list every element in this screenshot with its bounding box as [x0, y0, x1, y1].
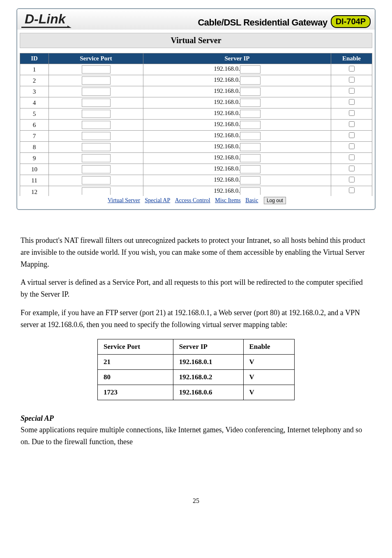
enable-checkbox[interactable] [349, 187, 355, 193]
server-ip-input[interactable] [240, 76, 261, 85]
server-ip-input[interactable] [240, 99, 261, 107]
table-row: 2192.168.0. [20, 75, 372, 86]
row-ip-cell: 192.168.0. [143, 142, 331, 153]
col-header-port: Service Port [49, 53, 143, 64]
doc-paragraph-1: This product's NAT firewall filters out … [21, 235, 371, 270]
example-cell: 1723 [98, 385, 173, 400]
service-port-input[interactable] [82, 187, 111, 195]
enable-checkbox[interactable] [349, 177, 355, 182]
example-cell: V [243, 369, 294, 385]
row-ip-cell: 192.168.0. [143, 153, 331, 164]
doc-paragraph-2: A virtual server is defined as a Service… [21, 277, 371, 300]
row-id: 6 [20, 120, 49, 131]
service-port-input[interactable] [82, 165, 111, 173]
row-port-cell [49, 153, 143, 164]
example-row: 1723192.168.0.6V [98, 385, 295, 400]
logout-button[interactable]: Log out [264, 197, 286, 204]
server-ip-input[interactable] [240, 132, 261, 140]
row-ip-cell: 192.168.0. [143, 64, 331, 75]
row-enable-cell [331, 120, 372, 131]
example-row: 21192.168.0.1V [98, 354, 295, 369]
ex-head-enable: Enable [243, 339, 294, 354]
ip-prefix: 192.168.0. [214, 99, 240, 105]
ip-prefix: 192.168.0. [214, 110, 240, 116]
nav-access-control[interactable]: Access Control [175, 197, 210, 203]
row-id: 3 [20, 86, 49, 97]
page-title: Virtual Server [20, 33, 372, 48]
enable-checkbox[interactable] [349, 132, 355, 138]
row-enable-cell [331, 108, 372, 120]
row-enable-cell [331, 97, 372, 108]
server-ip-input[interactable] [240, 165, 261, 173]
row-enable-cell [331, 86, 372, 97]
nav-special-ap[interactable]: Special AP [145, 197, 170, 203]
service-port-input[interactable] [82, 88, 111, 96]
server-ip-input[interactable] [240, 143, 261, 151]
table-row: 3192.168.0. [20, 86, 372, 97]
row-id: 8 [20, 142, 49, 153]
example-cell: 192.168.0.6 [173, 385, 243, 400]
ex-head-port: Service Port [98, 339, 173, 354]
enable-checkbox[interactable] [349, 77, 355, 83]
enable-checkbox[interactable] [349, 99, 355, 105]
service-port-input[interactable] [82, 121, 111, 129]
service-port-input[interactable] [82, 143, 111, 151]
row-id: 11 [20, 175, 49, 186]
service-port-input[interactable] [82, 99, 111, 107]
example-cell: V [243, 385, 294, 400]
row-enable-cell [331, 64, 372, 75]
row-port-cell [49, 75, 143, 86]
row-enable-cell [331, 175, 372, 186]
col-header-ip: Server IP [143, 53, 331, 64]
server-ip-input[interactable] [240, 65, 261, 74]
enable-checkbox[interactable] [349, 143, 355, 149]
table-row: 4192.168.0. [20, 97, 372, 108]
example-cell: 21 [98, 354, 173, 369]
page-number: 25 [0, 497, 392, 505]
enable-checkbox[interactable] [349, 88, 355, 94]
nav-basic[interactable]: Basic [245, 197, 258, 203]
service-port-input[interactable] [82, 76, 111, 85]
example-cell: 80 [98, 369, 173, 385]
nav-misc-items[interactable]: Misc Items [215, 197, 241, 203]
server-ip-input[interactable] [240, 110, 261, 118]
row-ip-cell: 192.168.0. [143, 175, 331, 186]
row-port-cell [49, 164, 143, 175]
service-port-input[interactable] [82, 132, 111, 140]
row-ip-cell: 192.168.0. [143, 86, 331, 97]
product-subtitle: Cable/DSL Residential Gateway [69, 17, 331, 28]
row-enable-cell [331, 75, 372, 86]
table-row: 8192.168.0. [20, 142, 372, 153]
service-port-input[interactable] [82, 65, 111, 74]
enable-checkbox[interactable] [349, 110, 355, 116]
enable-checkbox[interactable] [349, 154, 355, 160]
table-row: 7192.168.0. [20, 131, 372, 142]
example-cell: V [243, 354, 294, 369]
doc-paragraph-4: Some applications require multiple conne… [21, 424, 371, 448]
row-enable-cell [331, 142, 372, 153]
example-table: Service Port Server IP Enable 21192.168.… [97, 339, 295, 400]
row-port-cell [49, 108, 143, 120]
server-ip-input[interactable] [240, 121, 261, 129]
server-ip-input[interactable] [240, 154, 261, 162]
row-ip-cell: 192.168.0. [143, 75, 331, 86]
enable-checkbox[interactable] [349, 166, 355, 171]
server-ip-input[interactable] [240, 176, 261, 184]
row-id: 7 [20, 131, 49, 142]
row-id: 1 [20, 64, 49, 75]
service-port-input[interactable] [82, 154, 111, 162]
footer-nav: Virtual Server Special AP Access Control… [20, 196, 372, 207]
service-port-input[interactable] [82, 110, 111, 118]
nav-virtual-server[interactable]: Virtual Server [108, 197, 140, 203]
enable-checkbox[interactable] [349, 66, 355, 71]
row-id: 4 [20, 97, 49, 108]
document-body-2: Special AP Some applications require mul… [21, 413, 371, 448]
table-row: 1192.168.0. [20, 64, 372, 75]
server-ip-input[interactable] [240, 88, 261, 96]
row-port-cell [49, 175, 143, 186]
service-port-input[interactable] [82, 176, 111, 184]
server-ip-input[interactable] [240, 187, 261, 195]
enable-checkbox[interactable] [349, 121, 355, 127]
table-row: 5192.168.0. [20, 108, 372, 120]
row-port-cell [49, 64, 143, 75]
